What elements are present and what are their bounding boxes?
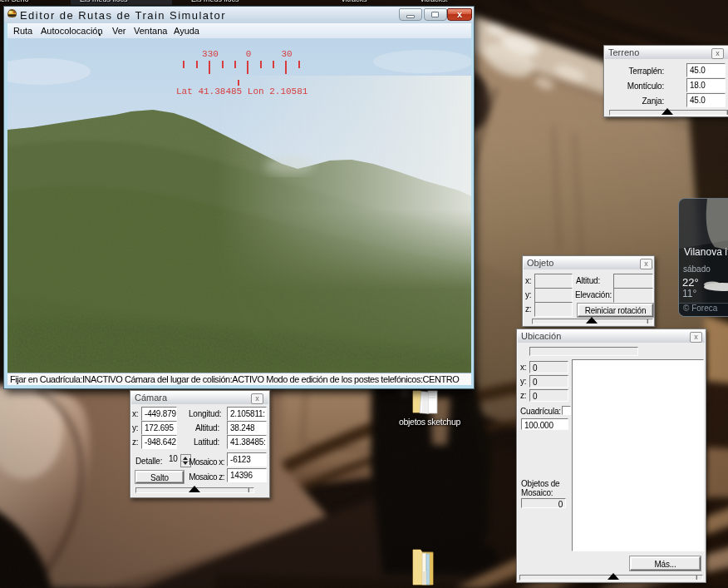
svg-text:Lat 41.38485 Lon 2.10581: Lat 41.38485 Lon 2.10581: [176, 86, 308, 96]
svg-text:0: 0: [246, 49, 252, 59]
svg-text:30: 30: [281, 49, 292, 59]
svg-text:330: 330: [202, 49, 219, 59]
